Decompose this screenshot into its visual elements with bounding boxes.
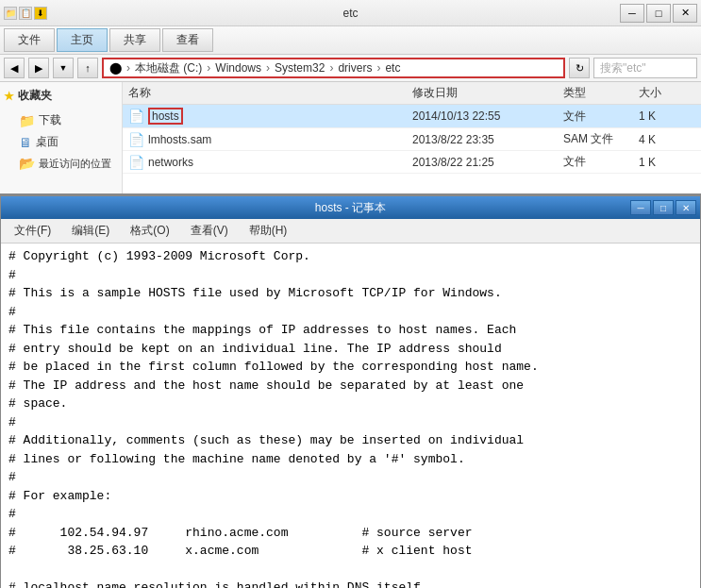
file-modified-hosts: 2014/10/13 22:55 — [412, 109, 563, 123]
file-type-lmhosts: SAM 文件 — [563, 131, 639, 147]
file-modified-lmhosts: 2013/8/22 23:35 — [412, 133, 563, 146]
file-row-lmhosts[interactable]: 📄 lmhosts.sam 2013/8/22 23:35 SAM 文件 4 K — [123, 128, 701, 151]
explorer-body: ★ 收藏夹 📁 下载 🖥 桌面 📂 最近访问的位置 名称 修改日期 类型 — [0, 82, 701, 195]
explorer-title: etc — [342, 7, 358, 20]
back-button[interactable]: ◀ — [4, 58, 25, 78]
sidebar-label-download: 下载 — [39, 112, 61, 128]
forward-button[interactable]: ▶ — [28, 58, 49, 78]
explorer-window-icons-left: 📁 📋 ⬇ — [4, 7, 47, 20]
notepad-minimize[interactable]: ─ — [630, 200, 651, 215]
notepad-content[interactable]: # Copyright (c) 1993-2009 Microsoft Corp… — [1, 244, 700, 588]
star-icon: ★ — [4, 90, 14, 103]
file-type-networks: 文件 — [563, 154, 639, 170]
file-icon-hosts: 📄 — [128, 109, 144, 124]
notepad-menu: 文件(F) 编辑(E) 格式(O) 查看(V) 帮助(H) — [1, 219, 700, 244]
path-segment-windows[interactable]: Windows — [215, 61, 261, 75]
toolbar-view[interactable]: 查看 — [162, 28, 213, 52]
sidebar-label-desktop: 桌面 — [36, 134, 58, 150]
notepad-title-bar: hosts - 记事本 ─ □ ✕ — [1, 196, 700, 219]
file-name-cell-lmhosts: 📄 lmhosts.sam — [128, 132, 412, 147]
explorer-toolbar: 文件 主页 共享 查看 — [0, 26, 701, 55]
toolbar-file[interactable]: 文件 — [4, 28, 55, 52]
file-row-hosts[interactable]: 📄 hosts 2014/10/13 22:55 文件 1 K — [123, 105, 701, 128]
content-line-1: # Copyright (c) 1993-2009 Microsoft Corp… — [8, 249, 539, 588]
explorer-title-bar: 📁 📋 ⬇ etc ─ □ ✕ — [0, 0, 701, 26]
close-button[interactable]: ✕ — [673, 4, 697, 23]
menu-format[interactable]: 格式(O) — [121, 221, 178, 241]
path-segment-c[interactable]: 本地磁盘 (C:) — [135, 60, 202, 76]
path-segment-etc[interactable]: etc — [385, 61, 400, 75]
minimize-button[interactable]: ─ — [620, 4, 644, 23]
menu-help[interactable]: 帮助(H) — [240, 221, 297, 241]
file-size-networks: 1 K — [639, 156, 695, 169]
menu-file[interactable]: 文件(F) — [5, 221, 60, 241]
folder-download-icon: 📁 — [19, 113, 35, 128]
folder-recent-icon: 📂 — [19, 156, 35, 171]
file-icon-networks: 📄 — [128, 155, 144, 170]
file-name-cell-networks: 📄 networks — [128, 155, 412, 170]
file-size-hosts: 1 K — [639, 109, 695, 123]
file-list-header: 名称 修改日期 类型 大小 — [123, 82, 701, 105]
search-box[interactable]: 搜索"etc" — [593, 58, 697, 78]
col-modified[interactable]: 修改日期 — [412, 85, 563, 101]
sidebar-item-desktop[interactable]: 🖥 桌面 — [4, 131, 118, 153]
notepad-close[interactable]: ✕ — [676, 200, 696, 215]
toolbar-home[interactable]: 主页 — [57, 28, 108, 52]
menu-edit[interactable]: 编辑(E) — [62, 221, 119, 241]
path-segment-system32[interactable]: System32 — [275, 61, 325, 75]
maximize-button[interactable]: □ — [646, 4, 671, 23]
file-row-networks[interactable]: 📄 networks 2013/8/22 21:25 文件 1 K — [123, 151, 701, 174]
file-name-lmhosts: lmhosts.sam — [148, 133, 211, 146]
sidebar-item-recent[interactable]: 📂 最近访问的位置 — [4, 153, 118, 174]
search-placeholder: 搜索"etc" — [600, 60, 646, 76]
address-path[interactable]: ⬤ › 本地磁盘 (C:) › Windows › System32 › dri… — [102, 58, 565, 78]
file-size-lmhosts: 4 K — [639, 133, 695, 146]
explorer-window: 📁 📋 ⬇ etc ─ □ ✕ 文件 主页 共享 查看 ◀ ▶ ▼ ↑ ⬤ › … — [0, 0, 701, 195]
col-type[interactable]: 类型 — [563, 85, 639, 101]
address-bar: ◀ ▶ ▼ ↑ ⬤ › 本地磁盘 (C:) › Windows › System… — [0, 55, 701, 82]
file-list: 名称 修改日期 类型 大小 📄 hosts 2014/10/13 22:55 文… — [123, 82, 701, 193]
path-segment-drivers[interactable]: drivers — [338, 61, 372, 75]
col-name[interactable]: 名称 — [128, 85, 412, 101]
file-modified-networks: 2013/8/22 21:25 — [412, 156, 563, 169]
sidebar: ★ 收藏夹 📁 下载 🖥 桌面 📂 最近访问的位置 — [0, 82, 123, 193]
path-home-icon: ⬤ — [109, 61, 122, 75]
file-type-hosts: 文件 — [563, 109, 639, 125]
file-name-networks: networks — [148, 156, 193, 169]
notepad-window: hosts - 记事本 ─ □ ✕ 文件(F) 编辑(E) 格式(O) 查看(V… — [0, 195, 701, 588]
up-dir-button[interactable]: ↑ — [77, 58, 98, 78]
folder-desktop-icon: 🖥 — [19, 135, 32, 150]
window-controls: ─ □ ✕ — [620, 4, 697, 23]
sidebar-label-recent: 最近访问的位置 — [39, 157, 111, 171]
notepad-window-controls: ─ □ ✕ — [630, 200, 696, 215]
file-icon-lmhosts: 📄 — [128, 132, 144, 147]
notepad-maximize[interactable]: □ — [653, 200, 674, 215]
sidebar-heading: ★ 收藏夹 — [4, 88, 118, 104]
sidebar-item-download[interactable]: 📁 下载 — [4, 109, 118, 131]
toolbar-share[interactable]: 共享 — [109, 28, 160, 52]
col-size[interactable]: 大小 — [639, 85, 695, 101]
file-name-cell-hosts: 📄 hosts — [128, 108, 412, 125]
menu-view[interactable]: 查看(V) — [181, 221, 238, 241]
notepad-title-text: hosts - 记事本 — [315, 200, 386, 216]
file-name-hosts: hosts — [148, 108, 183, 125]
refresh-button[interactable]: ↻ — [569, 58, 590, 78]
up-button[interactable]: ▼ — [53, 58, 74, 78]
